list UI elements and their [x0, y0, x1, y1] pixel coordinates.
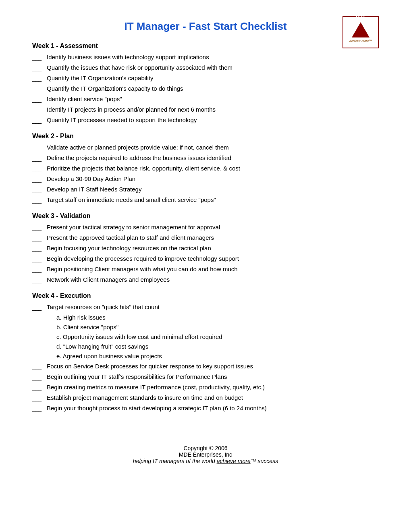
checkbox: ___ [32, 275, 47, 284]
list-item: ___ Establish project management standar… [32, 393, 379, 402]
item-text: Begin your thought process to start deve… [47, 404, 379, 412]
list-item: ___ Validate active or planned projects … [32, 143, 379, 152]
item-text: Develop a 30-90 Day Action Plan [47, 175, 379, 183]
list-item: ___ Begin outlining your IT staff's resp… [32, 372, 379, 381]
item-text: Quantify IT processes needed to support … [47, 116, 379, 124]
item-text: Begin developing the processes required … [47, 254, 379, 263]
list-item: ___ Begin focusing your technology resou… [32, 244, 379, 253]
item-text: Develop an IT Staff Needs Strategy [47, 185, 379, 193]
sub-list-item: d. "Low hanging fruit" cost savings [56, 342, 379, 351]
item-text: Target staff on immediate needs and smal… [47, 195, 379, 204]
checkbox: ___ [32, 254, 47, 263]
week3-section: Week 3 - Validation ___ Present your tac… [32, 212, 379, 284]
checkbox: ___ [32, 154, 47, 162]
footer-link: achieve more [217, 458, 251, 464]
footer-suffix: ™ success [251, 458, 278, 464]
sub-list-item: e. Agreed upon business value projects [56, 352, 379, 360]
checkbox: ___ [32, 95, 47, 104]
list-item: ___ Develop an IT Staff Needs Strategy [32, 185, 379, 194]
week4-heading: Week 4 - Execution [32, 292, 379, 299]
list-item: ___ Define the projects required to addr… [32, 154, 379, 162]
list-item: ___ Network with Client managers and emp… [32, 275, 379, 284]
item-text: Identify IT projects in process and/or p… [47, 105, 379, 114]
checkbox: ___ [32, 53, 47, 62]
list-item: ___ Identify IT projects in process and/… [32, 105, 379, 114]
checkbox: ___ [32, 362, 47, 371]
logo-letters: MDE [356, 15, 365, 19]
item-text: Begin creating metrics to measure IT per… [47, 383, 379, 391]
sub-list-item: a. High risk issues [56, 313, 379, 322]
week1-heading: Week 1 - Assessment [32, 42, 379, 50]
item-text: Define the projects required to address … [47, 154, 379, 162]
item-text: Identify client service "pops" [47, 95, 379, 103]
footer-line1: Copyright © 2006 [32, 445, 379, 451]
item-text: Begin outlining your IT staff's responsi… [47, 372, 379, 381]
checkbox: ___ [32, 105, 47, 114]
checkbox: ___ [32, 63, 47, 72]
footer-prefix: helping IT managers of the world [133, 458, 217, 464]
list-item: ___ Begin creating metrics to measure IT… [32, 383, 379, 392]
checkbox: ___ [32, 185, 47, 194]
sub-list-item: b. Client service "pops" [56, 323, 379, 331]
checkbox: ___ [32, 244, 47, 253]
list-item: ___ Begin positioning Client managers wi… [32, 265, 379, 274]
checkbox: ___ [32, 393, 47, 402]
checkbox: ___ [32, 265, 47, 274]
checkbox: ___ [32, 303, 47, 312]
week2-heading: Week 2 - Plan [32, 133, 379, 140]
list-item: ___ Identify business issues with techno… [32, 53, 379, 62]
item-text: Network with Client managers and employe… [47, 275, 379, 284]
footer-line2: MDE Enterprises, Inc [32, 451, 379, 458]
item-text: Establish project management standards t… [47, 393, 379, 402]
item-text: Identify business issues with technology… [47, 53, 379, 61]
item-text: Quantify the issues that have risk or op… [47, 63, 379, 72]
list-item: ___ Prioritize the projects that balance… [32, 164, 379, 173]
checkbox: ___ [32, 116, 47, 125]
page-wrapper: IT Manager - Fast Start Checklist MDE Ac… [32, 16, 379, 464]
logo-box: MDE Achieve more™ [342, 16, 379, 48]
checkbox: ___ [32, 164, 47, 173]
checkbox: ___ [32, 74, 47, 83]
page-title: IT Manager - Fast Start Checklist [32, 16, 379, 33]
checkbox: ___ [32, 233, 47, 242]
checkbox: ___ [32, 404, 47, 413]
week4-section: Week 4 - Execution ___ Target resources … [32, 292, 379, 413]
checkbox: ___ [32, 372, 47, 381]
list-item: ___ Begin developing the processes requi… [32, 254, 379, 263]
week2-section: Week 2 - Plan ___ Validate active or pla… [32, 133, 379, 204]
checkbox: ___ [32, 143, 47, 152]
checkbox: ___ [32, 175, 47, 183]
list-item: ___ Quantify the issues that have risk o… [32, 63, 379, 72]
item-text: Quantify the IT Organization's capabilit… [47, 74, 379, 82]
list-item: ___ Present your tactical strategy to se… [32, 223, 379, 232]
logo-tagline: Achieve more™ [349, 39, 372, 43]
item-text: Validate active or planned projects prov… [47, 143, 379, 152]
footer: Copyright © 2006 MDE Enterprises, Inc he… [32, 445, 379, 464]
item-text: Present the approved tactical plan to st… [47, 233, 379, 242]
header-area: IT Manager - Fast Start Checklist MDE Ac… [32, 16, 379, 33]
list-item: ___ Target resources on "quick hits" tha… [32, 303, 379, 312]
list-item: ___ Target staff on immediate needs and … [32, 195, 379, 204]
checkbox: ___ [32, 84, 47, 93]
item-text: Begin positioning Client managers with w… [47, 265, 379, 273]
item-text: Quantify the IT Organization's capacity … [47, 84, 379, 93]
week1-section: Week 1 - Assessment ___ Identify busines… [32, 42, 379, 125]
sub-list: a. High risk issues b. Client service "p… [32, 313, 379, 360]
list-item: ___ Present the approved tactical plan t… [32, 233, 379, 242]
checkbox: ___ [32, 383, 47, 392]
week3-heading: Week 3 - Validation [32, 212, 379, 220]
logo-triangle: MDE [352, 22, 369, 37]
list-item: ___ Quantify IT processes needed to supp… [32, 116, 379, 125]
list-item: ___ Focus on Service Desk processes for … [32, 362, 379, 371]
item-text: Focus on Service Desk processes for quic… [47, 362, 379, 370]
list-item: ___ Develop a 30-90 Day Action Plan [32, 175, 379, 183]
item-text: Begin focusing your technology resources… [47, 244, 379, 252]
item-text: Target resources on "quick hits" that co… [47, 303, 379, 311]
list-item: ___ Quantify the IT Organization's capab… [32, 74, 379, 83]
item-text: Prioritize the projects that balance ris… [47, 164, 379, 172]
list-item: ___ Quantify the IT Organization's capac… [32, 84, 379, 93]
item-text: Present your tactical strategy to senior… [47, 223, 379, 231]
list-item: ___ Identify client service "pops" [32, 95, 379, 104]
checkbox: ___ [32, 223, 47, 232]
footer-line3: helping IT managers of the world achieve… [32, 458, 379, 464]
